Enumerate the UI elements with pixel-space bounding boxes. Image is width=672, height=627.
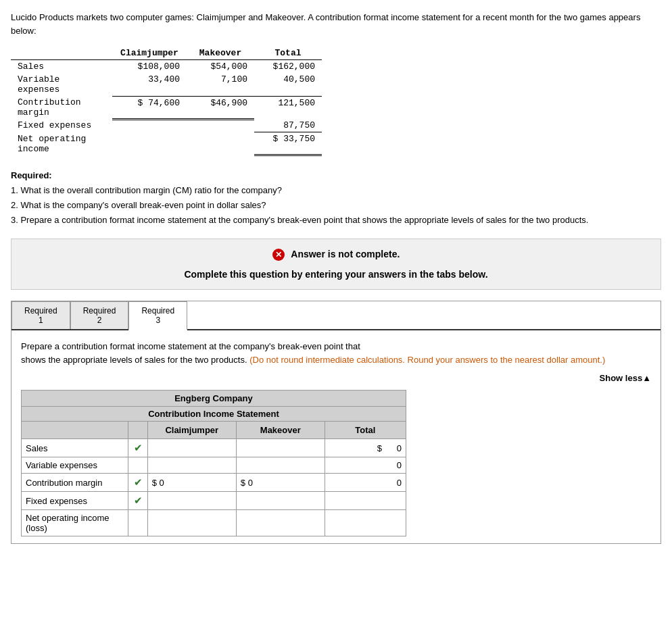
contrib-margin-claimjumper-cell: $ xyxy=(147,474,236,492)
net-operating-income-row: Net operatingincome $ 33,750 xyxy=(11,132,322,155)
sales-row: Sales $108,000 $54,000 $162,000 xyxy=(11,60,322,74)
contribution-margin-claimjumper: $ 74,600 xyxy=(112,96,187,119)
complete-text: Complete this question by entering your … xyxy=(25,269,647,280)
net-op-income-check-cell xyxy=(128,510,147,536)
var-exp-total-value: 0 xyxy=(397,460,402,470)
fixed-exp-claimjumper-input[interactable] xyxy=(152,496,199,506)
fixed-expenses-makeover xyxy=(187,119,254,132)
fixed-expenses-claimjumper xyxy=(112,119,187,132)
contrib-margin-total-value: 0 xyxy=(397,478,402,488)
var-exp-makeover-input[interactable] xyxy=(241,460,288,470)
contribution-margin-label: Contributionmargin xyxy=(11,96,112,119)
contribution-margin-makeover: $46,900 xyxy=(187,96,254,119)
table-row: Variable expenses 0 xyxy=(22,457,406,474)
col-label-header xyxy=(22,422,128,439)
var-exp-total-cell: 0 xyxy=(325,457,406,474)
alert-message-row: ✕ Answer is not complete. xyxy=(25,249,647,261)
sales-makeover: $54,000 xyxy=(187,60,254,74)
contribution-margin-row: Contributionmargin $ 74,600 $46,900 121,… xyxy=(11,96,322,119)
fixed-exp-check-icon: ✔ xyxy=(134,495,143,506)
col-header-total: Total xyxy=(254,47,322,60)
fixed-exp-total-input[interactable] xyxy=(354,496,402,506)
tabs-container: Required1 Required2 Required3 Prepare a … xyxy=(11,301,661,544)
sales-makeover-input[interactable] xyxy=(241,443,288,453)
tab-desc-line1: Prepare a contribution format income sta… xyxy=(21,340,651,353)
variable-expenses-total: 40,500 xyxy=(254,73,322,96)
col-check-header xyxy=(128,422,147,439)
income-statement-table: Claimjumper Makeover Total Sales $108,00… xyxy=(11,47,322,156)
var-exp-check-cell xyxy=(128,457,147,474)
sales-claimjumper-input[interactable] xyxy=(152,443,199,453)
sales-total-cell: $ 0 xyxy=(325,439,406,457)
contribution-margin-total: 121,500 xyxy=(254,96,322,119)
net-op-claimjumper-input-cell[interactable] xyxy=(147,510,236,536)
required-item-3: 3. Prepare a contribution format income … xyxy=(11,213,661,228)
net-op-income-row-label: Net operating income(loss) xyxy=(22,510,128,536)
contrib-margin-dollar-2: $ xyxy=(241,478,245,488)
answer-table-wrapper: Engberg Company Contribution Income Stat… xyxy=(21,390,651,536)
required-section: Required: 1. What is the overall contrib… xyxy=(11,168,661,228)
sales-claimjumper-input-cell[interactable] xyxy=(147,439,236,457)
col-claimjumper-header: Claimjumper xyxy=(147,422,236,439)
sales-total: $162,000 xyxy=(254,60,322,74)
table-row: Contribution margin ✔ $ $ 0 xyxy=(22,474,406,492)
net-op-total-cell[interactable] xyxy=(325,510,406,536)
contrib-margin-dollar-1: $ xyxy=(152,478,157,488)
col-total-header: Total xyxy=(325,422,406,439)
sales-check-icon: ✔ xyxy=(134,442,143,453)
table-row: Fixed expenses ✔ xyxy=(22,492,406,510)
col-header-claimjumper: Claimjumper xyxy=(112,47,187,60)
error-icon: ✕ xyxy=(272,249,285,261)
sales-label: Sales xyxy=(11,60,112,74)
contrib-margin-check-icon: ✔ xyxy=(134,476,143,488)
net-operating-income-makeover xyxy=(187,132,254,155)
net-op-makeover-input-cell[interactable] xyxy=(236,510,325,536)
required-title: Required: xyxy=(11,170,52,180)
net-op-claimjumper-input[interactable] xyxy=(152,518,199,528)
table-row: Sales ✔ $ 0 xyxy=(22,439,406,457)
contrib-margin-claimjumper-input[interactable] xyxy=(160,478,193,488)
net-operating-income-total: $ 33,750 xyxy=(254,132,322,155)
var-exp-claimjumper-input[interactable] xyxy=(152,460,199,470)
col-makeover-header: Makeover xyxy=(236,422,325,439)
tab-desc-line2: shows the appropriate levels of sales fo… xyxy=(21,353,651,367)
alert-text: Answer is not complete. xyxy=(291,249,400,259)
tab-required-2[interactable]: Required2 xyxy=(70,301,129,329)
alert-box: ✕ Answer is not complete. Complete this … xyxy=(11,239,661,290)
fixed-exp-claimjumper-input-cell[interactable] xyxy=(147,492,236,510)
sales-row-label: Sales xyxy=(22,439,128,457)
contrib-margin-check-cell: ✔ xyxy=(128,474,147,492)
variable-expenses-makeover: 7,100 xyxy=(187,73,254,96)
fixed-exp-total-cell[interactable] xyxy=(325,492,406,510)
tab-required-3[interactable]: Required3 xyxy=(128,301,187,330)
sales-total-dollar: $ xyxy=(377,443,382,453)
tab-desc-orange: (Do not round intermediate calculations.… xyxy=(249,355,605,365)
fixed-exp-row-label: Fixed expenses xyxy=(22,492,128,510)
table-row: Net operating income(loss) xyxy=(22,510,406,536)
show-less-button[interactable]: Show less▲ xyxy=(21,373,651,383)
fixed-exp-makeover-input-cell[interactable] xyxy=(236,492,325,510)
contrib-margin-makeover-input[interactable] xyxy=(248,478,282,488)
tabs-row: Required1 Required2 Required3 xyxy=(11,301,661,330)
contrib-margin-makeover-cell: $ xyxy=(236,474,325,492)
net-operating-income-label: Net operatingincome xyxy=(11,132,112,155)
sales-makeover-input-cell[interactable] xyxy=(236,439,325,457)
required-item-1: 1. What is the overall contribution marg… xyxy=(11,183,661,198)
tab-3-content: Prepare a contribution format income sta… xyxy=(11,330,661,543)
fixed-expenses-row: Fixed expenses 87,750 xyxy=(11,119,322,132)
sales-total-value: 0 xyxy=(385,443,402,453)
fixed-exp-check-cell: ✔ xyxy=(128,492,147,510)
statement-title-header: Contribution Income Statement xyxy=(22,407,406,422)
net-op-total-input[interactable] xyxy=(354,518,402,528)
fixed-expenses-total: 87,750 xyxy=(254,119,322,132)
variable-expenses-row: Variableexpenses 33,400 7,100 40,500 xyxy=(11,73,322,96)
var-exp-makeover-input-cell[interactable] xyxy=(236,457,325,474)
fixed-exp-makeover-input[interactable] xyxy=(241,496,288,506)
tab-required-1[interactable]: Required1 xyxy=(11,301,70,329)
required-item-2: 2. What is the company's overall break-e… xyxy=(11,198,661,213)
answer-table: Engberg Company Contribution Income Stat… xyxy=(21,390,406,536)
company-name-header: Engberg Company xyxy=(22,391,406,407)
var-exp-claimjumper-input-cell[interactable] xyxy=(147,457,236,474)
contrib-margin-row-label: Contribution margin xyxy=(22,474,128,492)
net-op-makeover-input[interactable] xyxy=(241,518,288,528)
